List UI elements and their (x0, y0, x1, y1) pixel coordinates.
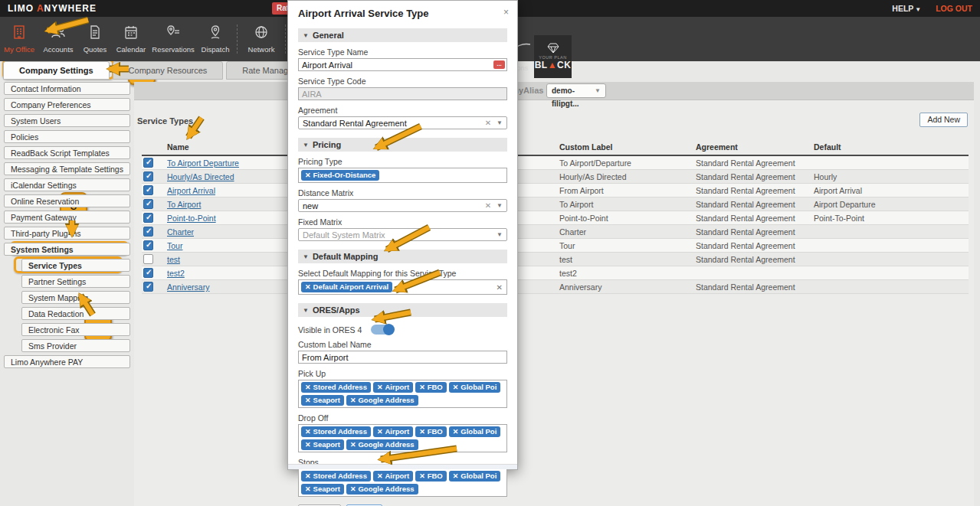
add-new-button[interactable]: Add New (919, 113, 968, 127)
sidebar-item[interactable]: iCalendar Settings (4, 178, 130, 191)
agreement-select[interactable]: Standard Rental Agreement ✕▼ (298, 116, 507, 129)
row-checkbox[interactable] (143, 254, 153, 264)
sidebar-item[interactable]: Contact Information (4, 82, 130, 95)
remove-tag-icon[interactable]: ✕ (305, 171, 311, 179)
service-type-link[interactable]: To Airport (167, 200, 201, 209)
row-checkbox[interactable] (143, 199, 153, 209)
company-alias-dropdown[interactable]: demo-filipgt... ▼ (546, 83, 606, 98)
sidebar-item[interactable]: ReadBack Script Templates (4, 146, 130, 159)
drop-off-field[interactable]: ✕Stored Address✕Airport✕FBO✕Global Poi✕S… (298, 424, 507, 452)
section-pricing[interactable]: ▼Pricing (298, 138, 507, 152)
address-type-tag[interactable]: ✕Seaport (301, 484, 344, 495)
remove-tag-icon[interactable]: ✕ (377, 428, 383, 436)
nav-accounts[interactable]: Accounts (38, 18, 78, 60)
row-checkbox[interactable] (143, 171, 153, 181)
sidebar-item[interactable]: Service Types (21, 259, 130, 272)
remove-tag-icon[interactable]: ✕ (305, 384, 311, 391)
row-checkbox[interactable] (143, 282, 153, 292)
service-type-link[interactable]: test (167, 255, 180, 264)
address-type-tag[interactable]: ✕Google Address (346, 439, 418, 450)
remove-tag-icon[interactable]: ✕ (453, 472, 459, 480)
remove-tag-icon[interactable]: ✕ (419, 428, 425, 436)
sidebar-item[interactable]: Limo Anywhere PAY (4, 355, 130, 368)
nav-dispatch[interactable]: Dispatch (196, 18, 234, 60)
distance-matrix-select[interactable]: new ✕▼ (298, 199, 507, 212)
sidebar-item[interactable]: Electronic Fax (21, 323, 130, 336)
address-type-tag[interactable]: ✕Global Poi (449, 471, 501, 482)
address-type-tag[interactable]: ✕FBO (415, 471, 447, 482)
sidebar-item[interactable]: Partner Settings (21, 275, 130, 288)
close-icon[interactable]: × (503, 7, 509, 18)
service-type-link[interactable]: Charter (167, 227, 194, 237)
service-type-link[interactable]: Airport Arrival (167, 186, 215, 195)
remove-tag-icon[interactable]: ✕ (350, 441, 356, 449)
pricing-type-tag[interactable]: ✕Fixed-Or-Distance (301, 170, 379, 181)
sidebar-item[interactable]: Sms Provider (21, 339, 130, 352)
ellipsis-button[interactable]: ... (493, 60, 505, 69)
address-type-tag[interactable]: ✕Google Address (346, 484, 418, 495)
sidebar-item[interactable]: Payment Gateway (4, 211, 130, 224)
clear-icon[interactable]: ✕ (485, 119, 491, 127)
address-type-tag[interactable]: ✕FBO (415, 426, 447, 437)
address-type-tag[interactable]: ✕Stored Address (301, 471, 371, 482)
pricing-type-field[interactable]: ✕Fixed-Or-Distance (298, 168, 507, 183)
service-type-link[interactable]: Anniversary (167, 282, 209, 292)
sidebar-item[interactable]: System Users (4, 114, 130, 127)
nav-network[interactable]: Network (240, 18, 283, 60)
nav-my-office[interactable]: My Office (0, 18, 38, 60)
logout-link[interactable]: LOG OUT (936, 4, 972, 13)
remove-tag-icon[interactable]: ✕ (305, 472, 311, 480)
remove-tag-icon[interactable]: ✕ (350, 397, 356, 404)
remove-tag-icon[interactable]: ✕ (377, 472, 383, 480)
sidebar-item[interactable]: System Settings (4, 243, 130, 256)
address-type-tag[interactable]: ✕Airport (373, 382, 413, 393)
address-type-tag[interactable]: ✕FBO (415, 382, 447, 393)
section-ores-apps[interactable]: ▼ORES/Apps (298, 303, 507, 317)
default-mapping-tag[interactable]: ✕Default Airport Arrival (301, 282, 392, 292)
address-type-tag[interactable]: ✕Seaport (301, 395, 344, 406)
visible-in-ores-toggle[interactable] (371, 325, 394, 335)
custom-label-name-input[interactable]: From Airport (298, 351, 507, 364)
sidebar-item[interactable]: Data Redaction (21, 307, 130, 320)
nav-calendar[interactable]: Calendar (112, 18, 150, 60)
address-type-tag[interactable]: ✕Seaport (301, 439, 344, 450)
row-checkbox[interactable] (143, 227, 153, 237)
service-type-link[interactable]: To Airport Departure (167, 158, 239, 168)
address-type-tag[interactable]: ✕Airport (373, 426, 413, 437)
sidebar-item[interactable]: System Mapping (21, 291, 130, 304)
row-checkbox[interactable] (143, 268, 153, 278)
address-type-tag[interactable]: ✕Airport (373, 471, 413, 482)
default-mapping-field[interactable]: ✕Default Airport Arrival ✕ (298, 279, 507, 295)
address-type-tag[interactable]: ✕Stored Address (301, 426, 371, 437)
service-type-name-input[interactable]: Airport Arrival ... (298, 58, 507, 71)
address-type-tag[interactable]: ✕Google Address (346, 395, 418, 406)
remove-tag-icon[interactable]: ✕ (419, 384, 425, 391)
section-default-mapping[interactable]: ▼Default Mapping (298, 250, 507, 263)
tab-company-settings[interactable]: Company Settings (3, 61, 110, 80)
row-checkbox[interactable] (143, 185, 153, 195)
address-type-tag[interactable]: ✕Global Poi (449, 382, 501, 393)
sidebar-item[interactable]: Messaging & Template Settings (4, 162, 130, 175)
service-type-link[interactable]: Point-to-Point (167, 214, 216, 223)
remove-tag-icon[interactable]: ✕ (453, 428, 459, 436)
help-menu[interactable]: HELP (892, 4, 913, 13)
service-type-link[interactable]: test2 (167, 269, 185, 278)
nav-quotes[interactable]: Quotes (78, 18, 112, 60)
remove-tag-icon[interactable]: ✕ (419, 472, 425, 480)
service-type-link[interactable]: Tour (167, 241, 182, 250)
remove-tag-icon[interactable]: ✕ (453, 384, 459, 391)
service-type-link[interactable]: Hourly/As Directed (167, 172, 234, 181)
remove-tag-icon[interactable]: ✕ (305, 397, 311, 404)
fixed-matrix-select[interactable]: Default System Matrix ▼ (298, 228, 507, 241)
sidebar-item[interactable]: Online Reservation (4, 194, 130, 207)
row-checkbox[interactable] (143, 240, 153, 250)
remove-tag-icon[interactable]: ✕ (350, 485, 356, 493)
row-checkbox[interactable] (143, 213, 153, 223)
sidebar-item[interactable]: Third-party Plug-ins (4, 227, 130, 240)
tab-company-resources[interactable]: Company Resources (113, 61, 224, 80)
remove-tag-icon[interactable]: ✕ (305, 485, 311, 493)
sidebar-item[interactable]: Company Preferences (4, 98, 130, 111)
remove-tag-icon[interactable]: ✕ (377, 384, 383, 391)
section-general[interactable]: ▼General (298, 28, 507, 42)
remove-tag-icon[interactable]: ✕ (305, 283, 311, 291)
